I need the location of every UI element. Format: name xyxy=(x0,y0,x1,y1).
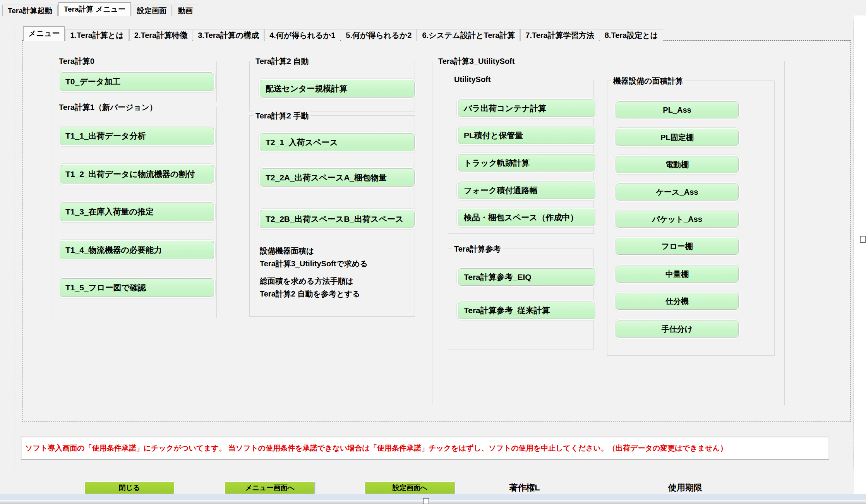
note-line-3: 総面積を求める方法手順は xyxy=(260,275,368,288)
tab-menu[interactable]: メニュー xyxy=(23,26,65,41)
tera2-manual-notes: 設備機器面積は Tera計算3_UtilitySoftで求める 総面積を求める方… xyxy=(260,245,368,300)
button-t1-1-shukka-bunseki[interactable]: T1_1_出荷データ分析 xyxy=(60,127,214,145)
tab-tera-keisan-menu[interactable]: Tera計算 メニュー xyxy=(58,2,131,16)
tab-8-settei-towa[interactable]: 8.Tera設定とは xyxy=(600,29,663,41)
button-t1-5-flow-kakunin[interactable]: T1_5_フロー図で確認 xyxy=(60,278,214,297)
button-t1-4-hitsuyou-nouryoku[interactable]: T1_4_物流機器の必要能力 xyxy=(60,241,214,259)
tab-1-tera-towa[interactable]: 1.Tera計算とは xyxy=(65,29,129,41)
group-tera-sankou: Tera計算参考 Tera計算参考_EIQ Tera計算参考_従来計算 xyxy=(448,249,594,350)
tab-3-tera-kousei[interactable]: 3.Tera計算の構成 xyxy=(193,29,264,41)
button-fork-tsuuro-haba[interactable]: フォーク積付通路幅 xyxy=(458,182,595,199)
group-tera2-manual: Tera計算2 手動 T2_1_入荷スペース T2_2A_出荷スペースA_梱包物… xyxy=(249,115,415,317)
group-tera1: Tera計算1（新バージョン） T1_1_出荷データ分析 T1_2_出荷データに… xyxy=(53,107,217,318)
note-line-4: Tera計算2 自動を参考とする xyxy=(260,288,368,300)
group-tera1-title: Tera計算1（新バージョン） xyxy=(57,102,159,113)
button-truck-kiseki[interactable]: トラック軌跡計算 xyxy=(458,154,595,171)
button-flow-tana[interactable]: フロー棚 xyxy=(616,238,739,255)
group-tera0-title: Tera計算0 xyxy=(57,56,96,67)
expiry-label: 使用期限 xyxy=(654,482,716,493)
note-line-1: 設備機器面積は xyxy=(260,245,368,257)
tab-settei-gamen[interactable]: 設定画面 xyxy=(132,5,172,16)
window-tab-strip: Tera計算起動 Tera計算 メニュー 設定画面 動画 xyxy=(2,2,199,16)
resize-handle-bottom[interactable] xyxy=(423,498,429,504)
button-sankou-eiq[interactable]: Tera計算参考_EIQ xyxy=(458,268,595,286)
button-te-shiwake[interactable]: 手仕分け xyxy=(616,321,739,338)
group-utilitysoft-title: UtilitySoft xyxy=(452,75,492,84)
tab-5-eraremono-2[interactable]: 5.何が得られるか2 xyxy=(341,29,417,41)
button-shiwake-ki[interactable]: 仕分機 xyxy=(616,293,739,310)
group-tera-sankou-title: Tera計算参考 xyxy=(452,244,503,254)
group-kiki-menseki-title: 機器設備の面積計算 xyxy=(611,76,685,86)
app-window: { "window_tabs": [ {"label": "Tera計算起動"}… xyxy=(0,0,866,504)
button-dendou-tana[interactable]: 電動棚 xyxy=(616,156,739,173)
button-t2-2b-shukka-space-b[interactable]: T2_2B_出荷スペースB_出荷スペース xyxy=(260,210,415,228)
settings-screen-button[interactable]: 設定画面へ xyxy=(365,482,455,494)
group-tera2-auto: Tera計算2 自動 配送センター規模計算 xyxy=(249,61,415,111)
button-case-ass[interactable]: ケース_Ass xyxy=(616,183,739,201)
button-kenpin-konpou-space[interactable]: 検品・梱包スペース（作成中） xyxy=(458,209,595,226)
button-t2-1-nyuka-space[interactable]: T2_1_入荷スペース xyxy=(260,133,415,151)
license-warning-box: ソフト導入画面の「使用条件承諾」にチックがついてます。 当ソフトの使用条件を承諾… xyxy=(21,437,829,460)
resize-handle-right[interactable] xyxy=(860,236,866,243)
tab-douga[interactable]: 動画 xyxy=(173,5,198,16)
note-line-2: Tera計算3_UtilitySoftで求める xyxy=(260,257,368,270)
button-bara-shukka-container[interactable]: バラ出荷コンテナ計算 xyxy=(458,99,595,117)
button-packet-ass[interactable]: パケット_Ass xyxy=(616,211,739,228)
menu-screen-button[interactable]: メニュー画面へ xyxy=(225,482,315,494)
close-button[interactable]: 閉じる xyxy=(85,482,174,494)
group-kiki-menseki: 機器設備の面積計算 PL_Ass PL固定棚 電動棚 ケース_Ass パケット_… xyxy=(607,81,775,356)
tab-tera-keisan-kidou[interactable]: Tera計算起動 xyxy=(2,5,58,16)
button-pl-ass[interactable]: PL_Ass xyxy=(616,101,739,118)
button-haisou-center-kibo[interactable]: 配送センター規模計算 xyxy=(260,80,415,98)
button-t2-2a-shukka-space-a[interactable]: T2_2A_出荷スペースA_梱包物量 xyxy=(260,168,415,187)
group-tera0: Tera計算0 T0_データ加工 xyxy=(53,61,217,102)
menu-tab-strip: メニュー 1.Tera計算とは 2.Tera計算特徴 3.Tera計算の構成 4… xyxy=(23,26,664,41)
button-pl-kotei-tana[interactable]: PL固定棚 xyxy=(616,129,739,146)
button-chuuryou-tana[interactable]: 中量棚 xyxy=(616,266,739,283)
button-t1-3-zaiko-suitei[interactable]: T1_3_在庫入荷量の推定 xyxy=(60,202,214,221)
group-tera3-utilitysoft: Tera計算3_UtilitySoft UtilitySoft バラ出荷コンテナ… xyxy=(432,61,785,405)
button-pl-tsumitsuke-hokan[interactable]: PL積付と保管量 xyxy=(458,127,595,144)
right-gutter xyxy=(854,15,866,494)
tab-4-eraremono-1[interactable]: 4.何が得られるか1 xyxy=(264,29,340,41)
button-t1-2-kiki-waritsuke[interactable]: T1_2_出荷データに物流機器の割付 xyxy=(60,165,214,183)
tab-6-system-sekkei[interactable]: 6.システム設計とTera計算 xyxy=(417,29,520,41)
group-tera3-title: Tera計算3_UtilitySoft xyxy=(436,56,516,67)
tab-2-tera-tokuchou[interactable]: 2.Tera計算特徴 xyxy=(129,29,192,41)
group-utilitysoft: UtilitySoft バラ出荷コンテナ計算 PL積付と保管量 トラック軌跡計算… xyxy=(448,80,594,234)
group-tera2-manual-title: Tera計算2 手動 xyxy=(254,111,310,121)
button-sankou-juurai[interactable]: Tera計算参考_従来計算 xyxy=(458,302,595,319)
group-tera2-auto-title: Tera計算2 自動 xyxy=(254,56,310,67)
tab-7-gakushuu[interactable]: 7.Tera計算学習方法 xyxy=(520,29,599,41)
license-warning-text: ソフト導入画面の「使用条件承諾」にチックがついてます。 当ソフトの使用条件を承諾… xyxy=(21,443,727,453)
bottom-blue-strip xyxy=(0,494,866,500)
button-t0-data-kakou[interactable]: T0_データ加工 xyxy=(60,72,214,91)
horizontal-scrollbar[interactable] xyxy=(0,500,866,504)
copyright-label: 著作権L xyxy=(496,482,554,493)
